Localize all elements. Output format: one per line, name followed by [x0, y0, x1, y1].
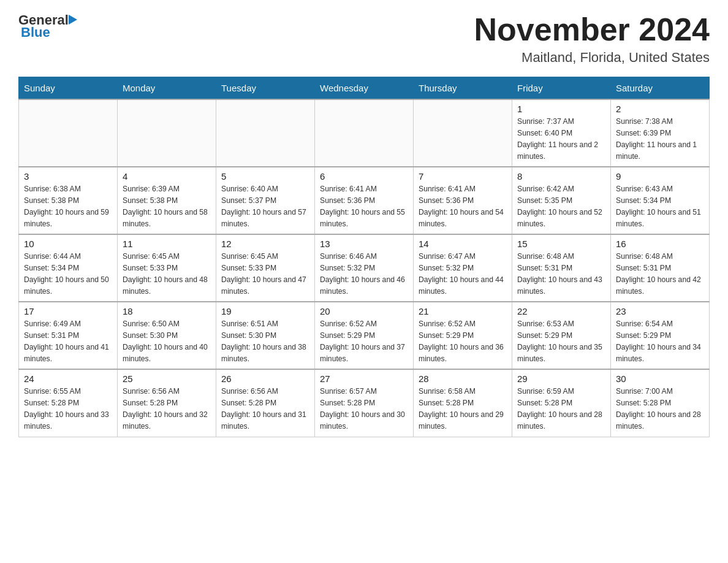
day-info: Sunrise: 6:59 AMSunset: 5:28 PMDaylight:…	[517, 386, 605, 432]
calendar-cell: 3Sunrise: 6:38 AMSunset: 5:38 PMDaylight…	[19, 167, 118, 234]
calendar-cell: 1Sunrise: 7:37 AMSunset: 6:40 PMDaylight…	[512, 99, 611, 167]
week-row-2: 3Sunrise: 6:38 AMSunset: 5:38 PMDaylight…	[19, 167, 710, 234]
day-number: 10	[24, 239, 112, 249]
day-number: 2	[616, 104, 704, 114]
page-header: General Blue November 2024 Maitland, Flo…	[18, 12, 710, 66]
calendar-cell: 6Sunrise: 6:41 AMSunset: 5:36 PMDaylight…	[315, 167, 414, 234]
day-info: Sunrise: 7:37 AMSunset: 6:40 PMDaylight:…	[517, 116, 605, 163]
day-info: Sunrise: 6:50 AMSunset: 5:30 PMDaylight:…	[123, 318, 211, 365]
day-number: 22	[517, 306, 605, 316]
weekday-header-saturday: Saturday	[611, 77, 710, 100]
day-number: 3	[24, 171, 112, 182]
day-info: Sunrise: 6:48 AMSunset: 5:31 PMDaylight:…	[517, 251, 605, 297]
title-area: November 2024 Maitland, Florida, United …	[474, 12, 710, 66]
day-number: 7	[419, 171, 507, 182]
month-title: November 2024	[474, 12, 710, 47]
day-info: Sunrise: 6:56 AMSunset: 5:28 PMDaylight:…	[123, 386, 211, 432]
calendar-cell: 28Sunrise: 6:58 AMSunset: 5:28 PMDayligh…	[414, 369, 512, 437]
day-info: Sunrise: 6:48 AMSunset: 5:31 PMDaylight:…	[616, 251, 704, 297]
day-number: 24	[24, 373, 112, 384]
calendar-cell: 27Sunrise: 6:57 AMSunset: 5:28 PMDayligh…	[315, 369, 414, 437]
weekday-header-thursday: Thursday	[414, 77, 512, 100]
day-number: 1	[517, 104, 605, 114]
day-number: 30	[616, 373, 704, 384]
day-info: Sunrise: 6:52 AMSunset: 5:29 PMDaylight:…	[320, 318, 408, 365]
weekday-header-sunday: Sunday	[19, 77, 118, 100]
calendar-cell: 20Sunrise: 6:52 AMSunset: 5:29 PMDayligh…	[315, 302, 414, 369]
day-info: Sunrise: 6:39 AMSunset: 5:38 PMDaylight:…	[123, 183, 211, 230]
calendar-cell: 18Sunrise: 6:50 AMSunset: 5:30 PMDayligh…	[118, 302, 216, 369]
calendar-cell: 10Sunrise: 6:44 AMSunset: 5:34 PMDayligh…	[19, 234, 118, 302]
logo-arrow-icon	[69, 15, 77, 25]
weekday-header-wednesday: Wednesday	[315, 77, 414, 100]
day-number: 14	[419, 239, 507, 249]
day-info: Sunrise: 6:46 AMSunset: 5:32 PMDaylight:…	[320, 251, 408, 297]
weekday-header-friday: Friday	[512, 77, 611, 100]
day-number: 28	[419, 373, 507, 384]
weekday-header-monday: Monday	[118, 77, 216, 100]
day-info: Sunrise: 6:58 AMSunset: 5:28 PMDaylight:…	[419, 386, 507, 432]
logo: General Blue	[18, 12, 77, 40]
day-info: Sunrise: 6:53 AMSunset: 5:29 PMDaylight:…	[517, 318, 605, 365]
day-info: Sunrise: 6:47 AMSunset: 5:32 PMDaylight:…	[419, 251, 507, 297]
weekday-header-row: SundayMondayTuesdayWednesdayThursdayFrid…	[19, 77, 710, 100]
calendar-cell: 22Sunrise: 6:53 AMSunset: 5:29 PMDayligh…	[512, 302, 611, 369]
calendar-cell: 17Sunrise: 6:49 AMSunset: 5:31 PMDayligh…	[19, 302, 118, 369]
day-number: 16	[616, 239, 704, 249]
day-number: 21	[419, 306, 507, 316]
calendar-cell: 8Sunrise: 6:42 AMSunset: 5:35 PMDaylight…	[512, 167, 611, 234]
day-info: Sunrise: 6:56 AMSunset: 5:28 PMDaylight:…	[221, 386, 309, 432]
calendar-cell: 30Sunrise: 7:00 AMSunset: 5:28 PMDayligh…	[611, 369, 710, 437]
calendar-cell: 23Sunrise: 6:54 AMSunset: 5:29 PMDayligh…	[611, 302, 710, 369]
location-subtitle: Maitland, Florida, United States	[474, 50, 710, 66]
day-info: Sunrise: 6:57 AMSunset: 5:28 PMDaylight:…	[320, 386, 408, 432]
day-number: 5	[221, 171, 309, 182]
day-info: Sunrise: 6:45 AMSunset: 5:33 PMDaylight:…	[123, 251, 211, 297]
calendar-cell: 14Sunrise: 6:47 AMSunset: 5:32 PMDayligh…	[414, 234, 512, 302]
day-info: Sunrise: 6:38 AMSunset: 5:38 PMDaylight:…	[24, 183, 112, 230]
calendar-cell: 15Sunrise: 6:48 AMSunset: 5:31 PMDayligh…	[512, 234, 611, 302]
week-row-3: 10Sunrise: 6:44 AMSunset: 5:34 PMDayligh…	[19, 234, 710, 302]
calendar-cell: 11Sunrise: 6:45 AMSunset: 5:33 PMDayligh…	[118, 234, 216, 302]
calendar-cell: 24Sunrise: 6:55 AMSunset: 5:28 PMDayligh…	[19, 369, 118, 437]
calendar-cell	[216, 99, 315, 167]
calendar-table: SundayMondayTuesdayWednesdayThursdayFrid…	[18, 77, 710, 437]
day-info: Sunrise: 6:45 AMSunset: 5:33 PMDaylight:…	[221, 251, 309, 297]
day-info: Sunrise: 6:55 AMSunset: 5:28 PMDaylight:…	[24, 386, 112, 432]
calendar-cell: 13Sunrise: 6:46 AMSunset: 5:32 PMDayligh…	[315, 234, 414, 302]
day-number: 17	[24, 306, 112, 316]
day-info: Sunrise: 7:38 AMSunset: 6:39 PMDaylight:…	[616, 116, 704, 163]
day-number: 27	[320, 373, 408, 384]
day-number: 15	[517, 239, 605, 249]
calendar-cell: 9Sunrise: 6:43 AMSunset: 5:34 PMDaylight…	[611, 167, 710, 234]
calendar-cell: 2Sunrise: 7:38 AMSunset: 6:39 PMDaylight…	[611, 99, 710, 167]
day-info: Sunrise: 6:41 AMSunset: 5:36 PMDaylight:…	[419, 183, 507, 230]
day-info: Sunrise: 6:52 AMSunset: 5:29 PMDaylight:…	[419, 318, 507, 365]
day-number: 18	[123, 306, 211, 316]
day-number: 29	[517, 373, 605, 384]
day-info: Sunrise: 6:40 AMSunset: 5:37 PMDaylight:…	[221, 183, 309, 230]
day-info: Sunrise: 7:00 AMSunset: 5:28 PMDaylight:…	[616, 386, 704, 432]
day-info: Sunrise: 6:41 AMSunset: 5:36 PMDaylight:…	[320, 183, 408, 230]
logo-blue-text: Blue	[21, 25, 50, 40]
calendar-cell: 7Sunrise: 6:41 AMSunset: 5:36 PMDaylight…	[414, 167, 512, 234]
day-number: 12	[221, 239, 309, 249]
calendar-cell: 12Sunrise: 6:45 AMSunset: 5:33 PMDayligh…	[216, 234, 315, 302]
calendar-cell	[118, 99, 216, 167]
day-number: 11	[123, 239, 211, 249]
calendar-cell: 25Sunrise: 6:56 AMSunset: 5:28 PMDayligh…	[118, 369, 216, 437]
day-number: 8	[517, 171, 605, 182]
calendar-cell: 16Sunrise: 6:48 AMSunset: 5:31 PMDayligh…	[611, 234, 710, 302]
calendar-cell	[414, 99, 512, 167]
day-info: Sunrise: 6:51 AMSunset: 5:30 PMDaylight:…	[221, 318, 309, 365]
weekday-header-tuesday: Tuesday	[216, 77, 315, 100]
calendar-cell: 5Sunrise: 6:40 AMSunset: 5:37 PMDaylight…	[216, 167, 315, 234]
day-number: 20	[320, 306, 408, 316]
week-row-1: 1Sunrise: 7:37 AMSunset: 6:40 PMDaylight…	[19, 99, 710, 167]
week-row-4: 17Sunrise: 6:49 AMSunset: 5:31 PMDayligh…	[19, 302, 710, 369]
day-number: 25	[123, 373, 211, 384]
day-number: 9	[616, 171, 704, 182]
calendar-cell: 21Sunrise: 6:52 AMSunset: 5:29 PMDayligh…	[414, 302, 512, 369]
day-number: 26	[221, 373, 309, 384]
week-row-5: 24Sunrise: 6:55 AMSunset: 5:28 PMDayligh…	[19, 369, 710, 437]
